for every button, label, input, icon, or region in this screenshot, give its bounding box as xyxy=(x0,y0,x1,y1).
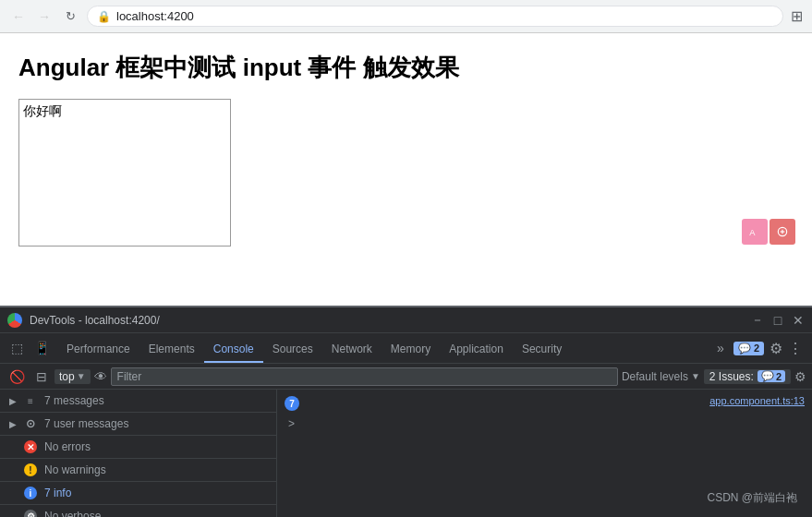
device-icon[interactable]: 📱 xyxy=(30,337,54,359)
devtools-title-left: DevTools - localhost:4200/ xyxy=(7,313,160,328)
devtools-settings-icon[interactable]: ⚙ xyxy=(770,340,782,357)
tab-network[interactable]: Network xyxy=(322,337,382,363)
messages-text: 7 messages xyxy=(44,394,104,407)
list-item[interactable]: ▶ ⚙ No verbose xyxy=(0,505,276,517)
devtools-more-icon[interactable]: ⋮ xyxy=(788,340,803,357)
console-content: ▶ ≡ 7 messages ▶ ⊙ 7 user messages ▶ ✕ N… xyxy=(0,390,812,517)
devtools-tabs: ⬚ 📱 Performance Elements Console Sources… xyxy=(0,333,812,364)
tab-sources[interactable]: Sources xyxy=(263,337,322,363)
browser-chrome: ← → ↻ 🔒 ⊞ xyxy=(0,0,812,33)
info-text: 7 info xyxy=(44,487,71,499)
devtools-tab-list: Performance Elements Console Sources Net… xyxy=(57,333,708,363)
user-icon: ⊙ xyxy=(24,417,37,430)
warning-icon: ! xyxy=(24,463,37,476)
browser-toolbar: ← → ↻ 🔒 ⊞ xyxy=(0,0,812,32)
page-title: Angular 框架中测试 input 事件 触发效果 xyxy=(18,52,794,84)
list-item[interactable]: ▶ ✕ No errors xyxy=(0,436,276,459)
minimize-button[interactable]: － xyxy=(751,314,764,327)
log-levels-selector[interactable]: Default levels ▼ xyxy=(622,370,700,383)
chat-icon: 💬 xyxy=(738,343,751,355)
console-filter-icon[interactable]: ⊟ xyxy=(32,367,51,386)
console-eye-icon[interactable]: 👁 xyxy=(94,369,107,384)
address-bar: 🔒 xyxy=(87,6,783,27)
no-errors-text: No errors xyxy=(44,440,91,453)
devtools-badge[interactable]: 💬 2 xyxy=(733,342,764,355)
tab-memory[interactable]: Memory xyxy=(382,337,440,363)
console-badge-num: 7 xyxy=(285,396,299,411)
textarea-container: 你好啊 A xyxy=(18,99,794,250)
devtools-logo xyxy=(7,313,22,328)
more-tabs-button[interactable]: » xyxy=(713,339,728,357)
devtools-left-icons: ⬚ 📱 xyxy=(4,337,57,359)
tab-elements[interactable]: Elements xyxy=(139,337,204,363)
lock-icon: 🔒 xyxy=(97,10,111,23)
back-button[interactable]: ← xyxy=(9,7,28,26)
tab-security[interactable]: Security xyxy=(513,337,571,363)
list-item[interactable]: ▶ i 7 info xyxy=(0,482,276,505)
error-icon: ✕ xyxy=(24,440,37,453)
expand-arrow-1: ▶ xyxy=(9,419,17,429)
svg-text:A: A xyxy=(749,228,756,237)
page-content: Angular 框架中测试 input 事件 触发效果 你好啊 A xyxy=(0,33,812,306)
context-selector-arrow: ▼ xyxy=(77,371,86,381)
verbose-icon: ⚙ xyxy=(24,510,37,517)
devtools-titlebar: DevTools - localhost:4200/ － □ ✕ xyxy=(0,307,812,333)
expand-arrow-0: ▶ xyxy=(9,396,17,406)
console-right-row-1: 7 app.component.ts:13 xyxy=(285,393,805,413)
list-item[interactable]: ▶ ≡ 7 messages xyxy=(0,390,276,413)
translate-icon-2[interactable] xyxy=(770,219,795,245)
info-icon: i xyxy=(24,487,37,499)
issues-chat-icon: 💬 xyxy=(761,370,774,382)
messages-icon: ≡ xyxy=(24,394,37,407)
console-left-panel: ▶ ≡ 7 messages ▶ ⊙ 7 user messages ▶ ✕ N… xyxy=(0,390,277,517)
browser-toolbar-right: ⊞ xyxy=(791,7,803,25)
issues-badge: 💬 2 xyxy=(757,370,785,382)
extensions-icon[interactable]: ⊞ xyxy=(791,7,803,25)
forward-button[interactable]: → xyxy=(35,7,54,26)
translate-icons: A xyxy=(742,219,795,245)
devtools-tab-right: » 💬 2 ⚙ ⋮ xyxy=(708,339,808,357)
context-selector-value: top xyxy=(59,370,75,383)
tab-console[interactable]: Console xyxy=(204,337,263,363)
maximize-button[interactable]: □ xyxy=(771,314,784,327)
console-toolbar: 🚫 ⊟ top ▼ 👁 Default levels ▼ 2 Issues: 💬… xyxy=(0,364,812,390)
console-arrow[interactable]: > xyxy=(288,417,295,430)
log-levels-label: Default levels xyxy=(622,370,688,383)
watermark: CSDN @前端白袍 xyxy=(707,490,797,506)
devtools-panel: DevTools - localhost:4200/ － □ ✕ ⬚ 📱 Per… xyxy=(0,306,812,517)
list-item[interactable]: ▶ ! No warnings xyxy=(0,459,276,482)
refresh-button[interactable]: ↻ xyxy=(61,7,79,26)
devtools-title-text: DevTools - localhost:4200/ xyxy=(30,314,160,327)
list-item[interactable]: ▶ ⊙ 7 user messages xyxy=(0,413,276,436)
issues-count: 2 xyxy=(776,371,782,382)
devtools-window-buttons: － □ ✕ xyxy=(751,314,805,327)
source-link[interactable]: app.component.ts:13 xyxy=(709,395,805,411)
translate-icon-1[interactable]: A xyxy=(742,219,768,245)
console-entry: 7 xyxy=(285,395,299,411)
no-warnings-text: No warnings xyxy=(44,463,106,476)
badge-count: 2 xyxy=(754,343,759,354)
tab-application[interactable]: Application xyxy=(440,337,513,363)
console-filter-input[interactable] xyxy=(111,367,618,386)
address-input[interactable] xyxy=(116,9,773,23)
inspect-icon[interactable]: ⬚ xyxy=(7,337,27,359)
close-button[interactable]: ✕ xyxy=(792,314,805,327)
verbose-text: No verbose xyxy=(44,510,101,517)
console-settings-icon[interactable]: ⚙ xyxy=(794,369,806,384)
main-textarea[interactable]: 你好啊 xyxy=(18,99,231,246)
user-messages-text: 7 user messages xyxy=(44,417,128,430)
context-selector[interactable]: top ▼ xyxy=(55,369,91,384)
issues-button[interactable]: 2 Issues: 💬 2 xyxy=(704,369,791,384)
log-levels-arrow: ▼ xyxy=(691,371,700,381)
console-clear-icon[interactable]: 🚫 xyxy=(6,367,29,386)
issues-label: 2 Issues: xyxy=(709,370,754,383)
tab-performance[interactable]: Performance xyxy=(57,337,139,363)
